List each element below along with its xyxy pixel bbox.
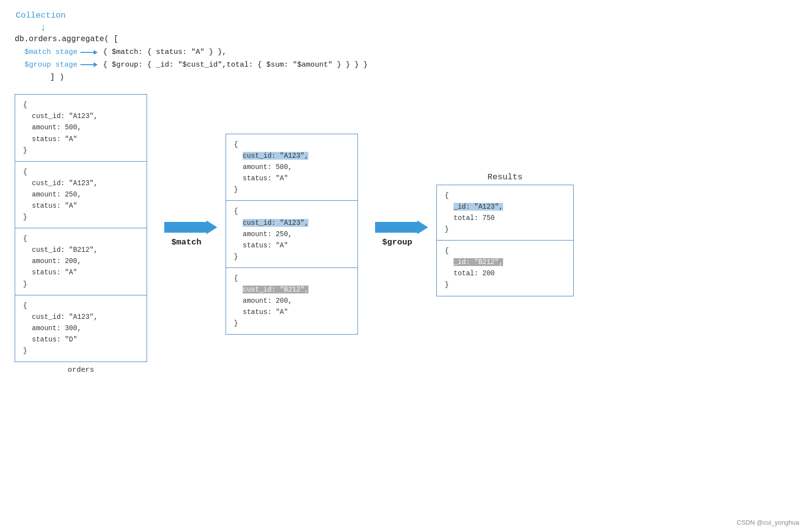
mdoc3-cust-highlight: cust_id: "B212", [243,286,308,293]
match-stage-arrow [80,52,94,53]
doc2-brace-open: { [23,167,139,178]
order-doc-4: { cust_id: "A123", amount: 300, status: … [15,295,147,362]
collection-label: Collection [16,9,66,23]
group-arrow-shaft [375,222,419,233]
code-group-line: $group stage { $group: { _id: "$cust_id"… [15,59,796,72]
mdoc1-brace-close: } [234,184,350,195]
doc4-cust: cust_id: "A123", [23,312,139,323]
mdoc1-brace-open: { [234,139,350,150]
code-section: Collection ↓ db.orders.aggregate( [ $mat… [0,0,811,89]
mdoc1-cust-highlight: cust_id: "A123", [243,152,308,160]
match-label: $match [171,238,201,247]
doc3-amount: amount: 200, [23,256,139,267]
matched-doc-3: { cust_id: "B212", amount: 200, status: … [226,268,357,334]
result-doc-2: { _id: "B212", total: 200 } [437,241,573,295]
order-doc-3: { cust_id: "B212", amount: 200, status: … [15,228,147,295]
code-end: ] ) [50,71,64,84]
matched-doc-2: { cust_id: "A123", amount: 250, status: … [226,201,357,267]
orders-label: orders [68,366,94,374]
rdoc2-total: total: 200 [445,268,565,279]
rdoc1-id-highlight: _id: "A123", [454,203,503,211]
results-title: Results [487,172,522,182]
match-stage-code: { $match: { status: "A" } }, [103,46,227,59]
group-stage-arrow [80,64,94,65]
footer-credit: CSDN @cui_yonghua [737,519,799,526]
code-end-line: ] ) [15,71,796,84]
matched-column: { cust_id: "A123", amount: 500, status: … [226,134,358,335]
doc4-status: status: "D" [23,334,139,345]
doc3-brace-close: } [23,279,139,290]
order-doc-2: { cust_id: "A123", amount: 250, status: … [15,162,147,228]
doc3-brace-open: { [23,233,139,244]
doc2-amount: amount: 250, [23,189,139,200]
doc1-brace-close: } [23,145,139,156]
mdoc3-brace-open: { [234,273,350,284]
mdoc1-status: status: "A" [234,173,350,184]
doc3-status: status: "A" [23,267,139,278]
rdoc2-brace-close: } [445,279,565,290]
rdoc1-id: _id: "A123", [445,201,565,213]
doc4-brace-open: { [23,300,139,312]
rdoc1-brace-open: { [445,190,565,201]
code-match-line: $match stage { $match: { status: "A" } }… [15,46,796,59]
group-stage-label: $group stage [25,59,77,72]
group-arrow-container: $group [358,222,436,247]
mdoc3-cust: cust_id: "B212", [234,284,350,295]
doc1-amount: amount: 500, [23,122,139,133]
matched-doc-1: { cust_id: "A123", amount: 500, status: … [226,134,357,201]
group-label: $group [382,238,412,247]
mdoc3-brace-close: } [234,318,350,329]
orders-column: { cust_id: "A123", amount: 500, status: … [15,94,147,374]
mdoc2-cust: cust_id: "A123", [234,218,350,229]
doc3-cust: cust_id: "B212", [23,244,139,256]
mdoc1-amount: amount: 500, [234,162,350,173]
result-doc-1: { _id: "A123", total: 750 } [437,185,573,241]
match-arrow-container: $match [147,222,226,247]
code-aggregate: db.orders.aggregate( [ [15,33,118,46]
matched-docs-box: { cust_id: "A123", amount: 500, status: … [226,134,358,335]
match-arrow [164,222,208,233]
diagram-area: { cust_id: "A123", amount: 500, status: … [0,89,811,389]
rdoc2-id: _id: "B212", [445,257,565,268]
doc2-cust: cust_id: "A123", [23,178,139,189]
results-docs-box: { _id: "A123", total: 750 } { _id: "B212… [436,185,574,296]
mdoc1-cust: cust_id: "A123", [234,150,350,162]
doc2-brace-close: } [23,212,139,223]
code-line-1: db.orders.aggregate( [ [15,33,796,46]
mdoc3-status: status: "A" [234,307,350,318]
match-arrow-shaft [164,222,208,233]
mdoc2-status: status: "A" [234,240,350,251]
mdoc2-brace-open: { [234,206,350,217]
doc4-brace-close: } [23,345,139,357]
mdoc2-brace-close: } [234,251,350,263]
rdoc2-brace-open: { [445,245,565,257]
group-arrow [375,222,419,233]
doc1-status: status: "A" [23,134,139,145]
mdoc3-amount: amount: 200, [234,295,350,307]
orders-docs-box: { cust_id: "A123", amount: 500, status: … [15,94,147,362]
doc1-cust: cust_id: "A123", [23,111,139,122]
mdoc2-cust-highlight: cust_id: "A123", [243,219,308,227]
group-stage-code: { $group: { _id: "$cust_id",total: { $su… [103,59,368,72]
rdoc1-brace-close: } [445,224,565,235]
doc4-amount: amount: 300, [23,323,139,334]
rdoc1-total: total: 750 [445,213,565,224]
doc1-brace-open: { [23,99,139,111]
mdoc2-amount: amount: 250, [234,229,350,240]
match-stage-label: $match stage [25,46,77,59]
rdoc2-id-highlight: _id: "B212", [454,258,503,266]
results-column: Results { _id: "A123", total: 750 } { _i… [436,172,574,296]
doc2-status: status: "A" [23,200,139,212]
order-doc-1: { cust_id: "A123", amount: 500, status: … [15,95,147,161]
